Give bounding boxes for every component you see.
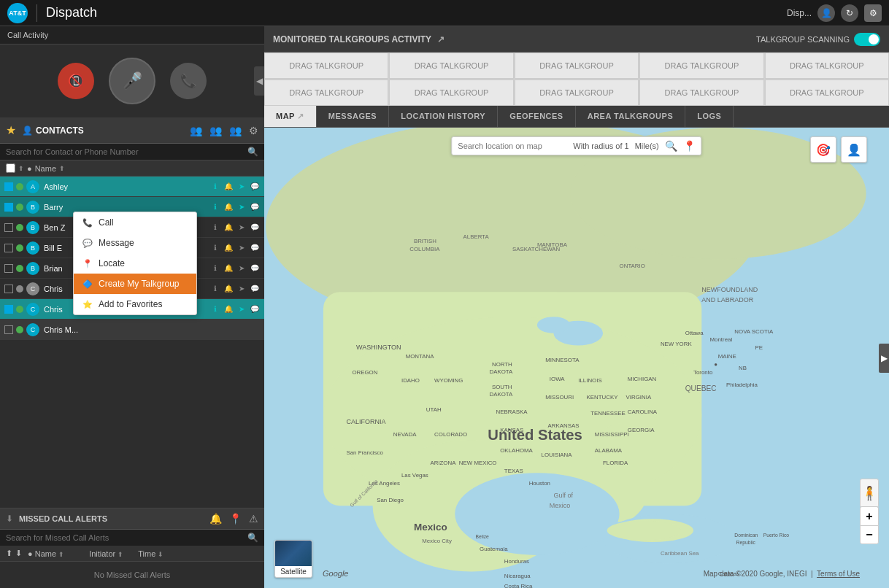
location-icon[interactable]: ➤ [236,182,247,192]
contact-checkbox[interactable] [4,264,13,273]
bell-icon[interactable]: 🔔 [223,202,234,212]
info-icon[interactable]: ℹ [210,202,220,212]
zoom-in-button[interactable]: + [860,506,879,525]
info-icon[interactable]: ℹ [210,182,220,192]
talkgroup-cell[interactable]: DRAG TALKGROUP [389,80,513,106]
location-icon[interactable]: ➤ [236,263,247,274]
info-icon[interactable]: ℹ [210,263,220,274]
info-icon[interactable]: ℹ [210,284,220,294]
scanning-toggle[interactable] [854,33,880,46]
collapse-left-arrow[interactable]: ◀ [254,66,264,96]
contact-checkbox[interactable] [4,305,13,314]
context-call-item[interactable]: 📞 Call [74,212,196,233]
talkgroup-cell[interactable]: DRAG TALKGROUP [515,53,639,79]
talkgroup-cell[interactable]: DRAG TALKGROUP [264,80,388,106]
talkgroup-cell[interactable]: DRAG TALKGROUP [515,80,639,106]
tab-messages[interactable]: MESSAGES [317,106,389,127]
group2-icon[interactable]: 👥 [229,125,242,136]
contact-row[interactable]: B Barry ℹ 🔔 ➤ 💬 📞 Call [0,197,264,217]
tab-location-history[interactable]: LOCATION HISTORY [389,106,498,127]
info-icon[interactable]: ℹ [210,223,220,233]
map-ctrl-target-icon[interactable]: 🎯 [810,136,836,163]
missed-search-icon[interactable]: 🔍 [247,533,258,543]
contact-checkbox[interactable] [4,244,13,252]
svg-text:TENNESSEE: TENNESSEE [590,410,626,417]
bell-icon[interactable]: 🔔 [223,284,234,294]
external-link-icon[interactable]: ↗ [437,34,445,45]
end-call-button[interactable]: 📵 [58,63,94,99]
contact-checkbox[interactable] [4,325,13,334]
location-icon[interactable]: ➤ [236,243,247,253]
talkgroup-cell[interactable]: DRAG TALKGROUP [765,53,889,79]
expand-missed-icon[interactable]: ⬇ [6,514,13,524]
tab-logs[interactable]: LOGS [685,106,734,127]
location-icon[interactable]: ➤ [236,284,247,294]
location-alert-icon[interactable]: 📍 [229,513,242,525]
message-icon[interactable]: 💬 [250,284,260,294]
location-icon[interactable]: ➤ [236,304,247,314]
bell-alert-icon[interactable]: 🔔 [209,513,222,525]
talkgroup-cell[interactable]: DRAG TALKGROUP [264,53,388,79]
add-group-icon[interactable]: 👥 [190,125,202,136]
group-icon[interactable]: 👥 [209,125,222,136]
tab-area-talkgroups[interactable]: AREA TALKGROUPS [576,106,686,127]
context-message-item[interactable]: 💬 Message [74,233,196,253]
talkgroup-cell[interactable]: DRAG TALKGROUP [639,80,763,106]
map-pin-icon[interactable]: 📍 [683,140,696,152]
hangup-button[interactable]: 📞 [170,63,207,99]
talkgroup-cell[interactable]: DRAG TALKGROUP [765,80,889,106]
message-icon[interactable]: 💬 [250,304,260,314]
map-collapse-button[interactable]: ▶ [879,344,889,373]
svg-text:Gulf of: Gulf of [553,492,573,499]
contacts-search-icon[interactable]: 🔍 [247,147,258,157]
info-icon[interactable]: ℹ [210,304,220,314]
contact-row[interactable]: C Chris M... [0,320,264,340]
bell-icon[interactable]: 🔔 [223,263,234,274]
location-icon[interactable]: ➤ [236,202,247,212]
talkgroup-cell[interactable]: DRAG TALKGROUP [389,53,513,79]
select-all-checkbox[interactable] [6,163,15,173]
message-icon[interactable]: 💬 [250,243,260,253]
scanning-label: TALKGROUP SCANNING [756,33,880,46]
satellite-button[interactable]: Satellite [274,540,312,578]
context-locate-item[interactable]: 📍 Locate [74,253,196,274]
location-icon[interactable]: ➤ [236,223,247,233]
missed-search-input[interactable] [6,533,243,542]
tab-map[interactable]: MAP ↗ [264,106,317,127]
bell-icon[interactable]: 🔔 [223,243,234,253]
gear-icon[interactable]: ⚙ [864,4,882,22]
bell-icon[interactable]: 🔔 [223,304,234,314]
context-create-talkgroup-item[interactable]: 🔷 Create My Talkgroup [74,274,196,294]
context-favorites-item[interactable]: ⭐ Add to Favorites [74,294,196,314]
alert-icon[interactable]: ⚠ [249,513,258,525]
message-icon[interactable]: 💬 [250,182,260,192]
map-search-icon[interactable]: 🔍 [665,140,677,152]
favorites-star-icon[interactable]: ★ [6,123,16,137]
contact-checkbox[interactable] [4,182,13,191]
map-ext-icon[interactable]: ↗ [297,112,304,120]
map-ctrl-person-icon[interactable]: 👤 [841,136,867,163]
refresh-icon[interactable]: ↻ [841,4,858,22]
mic-button[interactable]: 🎤 [109,58,155,104]
bell-icon[interactable]: 🔔 [223,182,234,192]
svg-text:NEVADA: NEVADA [393,431,417,438]
contact-checkbox[interactable] [4,223,13,232]
message-icon[interactable]: 💬 [250,263,260,274]
talkgroup-cell[interactable]: DRAG TALKGROUP [639,53,763,79]
contact-row[interactable]: A Ashley ℹ 🔔 ➤ 💬 [0,177,264,197]
tab-geofences[interactable]: GEOFENCES [498,106,576,127]
map-search-input[interactable] [458,142,567,150]
user-icon[interactable]: 👤 [817,4,835,22]
message-icon[interactable]: 💬 [250,223,260,233]
pegman-button[interactable]: 🧍 [860,479,879,508]
settings-contact-icon[interactable]: ⚙ [249,125,258,136]
terms-link[interactable]: Terms of Use [817,570,860,578]
zoom-out-button[interactable]: − [860,525,879,544]
svg-text:MICHIGAN: MICHIGAN [628,376,657,382]
bell-icon[interactable]: 🔔 [223,223,234,233]
info-icon[interactable]: ℹ [210,243,220,253]
contact-checkbox[interactable] [4,285,13,293]
message-icon[interactable]: 💬 [250,202,260,212]
contact-checkbox[interactable] [4,203,13,212]
contacts-search-input[interactable] [6,147,243,156]
